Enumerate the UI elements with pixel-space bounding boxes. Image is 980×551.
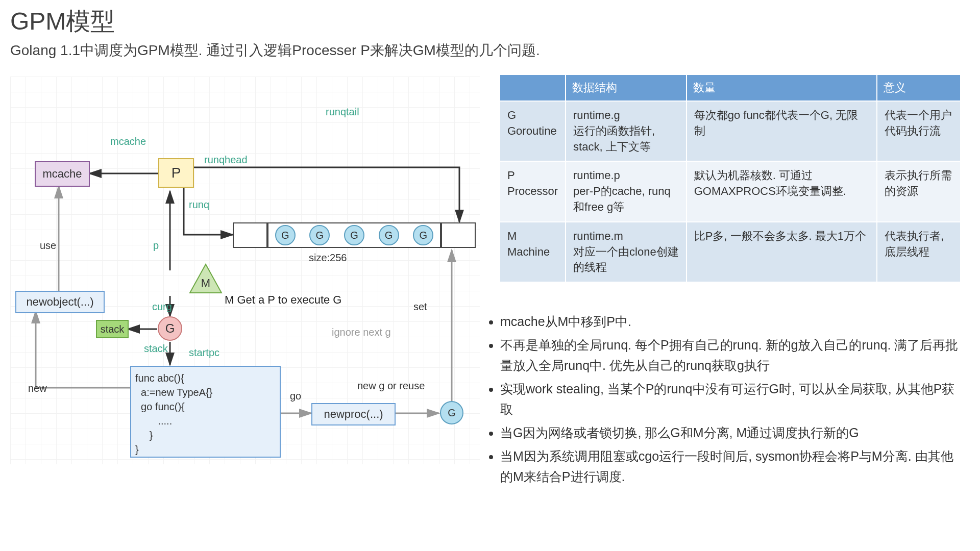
cell: P Processor (500, 161, 566, 221)
label-p: p (153, 240, 159, 252)
newproc-box: newproc(...) (311, 403, 396, 425)
list-item: 当M因为系统调用阻塞或cgo运行一段时间后, sysmon协程会将P与M分离. … (500, 446, 965, 487)
stack-box: stack (96, 320, 129, 338)
cell: runtime.p per-P的cache, runq和free g等 (566, 161, 687, 221)
table-row: P Processor runtime.p per-P的cache, runq和… (500, 161, 961, 221)
runq-g-2: G (344, 225, 364, 245)
runq-g-1: G (309, 225, 330, 245)
cell: 默认为机器核数. 可通过GOMAXPROCS环境变量调整. (687, 161, 877, 221)
page-title: GPM模型 (10, 5, 115, 38)
list-item: 不再是单独的全局runq. 每个P拥有自己的runq. 新的g放入自己的runq… (500, 335, 965, 375)
cell: 代表执行者, 底层线程 (877, 222, 961, 282)
label-use: use (40, 240, 56, 252)
g-circle: G (158, 316, 182, 341)
p-box: P (158, 158, 194, 188)
label-ignore: ignore next g (332, 327, 391, 338)
cell: G Goroutine (500, 101, 566, 161)
runq-g-4: G (413, 225, 433, 245)
cell: 每次都go func都代表一个G, 无限制 (687, 101, 877, 161)
table-row: M Machine runtime.m 对应一个由clone创建的线程 比P多,… (500, 222, 961, 282)
gpm-table: 数据结构 数量 意义 G Goroutine runtime.g 运行的函数指针… (499, 74, 961, 283)
table-row: G Goroutine runtime.g 运行的函数指针, stack, 上下… (500, 101, 961, 161)
label-mcache: mcache (110, 136, 146, 147)
cell: 比P多, 一般不会多太多. 最大1万个 (687, 222, 877, 282)
th-struct: 数据结构 (566, 74, 687, 101)
list-item: mcache从M中移到P中. (500, 311, 965, 332)
label-runqtail: runqtail (326, 106, 359, 118)
label-stack: stack (144, 343, 168, 355)
label-m-note: M Get a P to execute G (225, 293, 342, 307)
page-subtitle: Golang 1.1中调度为GPM模型. 通过引入逻辑Processer P来解… (10, 41, 540, 60)
runq-cell-empty-right (441, 222, 476, 248)
m-triangle: M (188, 263, 224, 295)
diagram: mcache newobject(...) P M G stack func a… (10, 77, 480, 464)
label-newg: new g or reuse (357, 380, 425, 392)
svg-text:M: M (201, 277, 210, 289)
func-code-box: func abc(){ a:=new TypeA{} go func(){ ..… (130, 366, 281, 458)
label-new: new (28, 383, 47, 394)
label-runqhead: runqhead (204, 154, 248, 166)
mcache-box: mcache (35, 161, 90, 187)
label-go: go (290, 390, 301, 402)
th-name (500, 74, 566, 101)
label-runq: runq (189, 199, 209, 211)
cell: 代表一个用户代码执行流 (877, 101, 961, 161)
cell: runtime.m 对应一个由clone创建的线程 (566, 222, 687, 282)
bullet-list: mcache从M中移到P中. 不再是单独的全局runq. 每个P拥有自己的run… (485, 311, 965, 490)
label-size: size:256 (309, 252, 347, 264)
th-meaning: 意义 (877, 74, 961, 101)
list-item: 实现work stealing, 当某个P的runq中没有可运行G时, 可以从全… (500, 379, 965, 419)
label-set: set (413, 301, 427, 313)
runq-cell-empty-left (233, 222, 267, 248)
label-startpc: startpc (189, 347, 219, 359)
label-curg: curg (152, 301, 172, 313)
newobject-box: newobject(...) (15, 291, 105, 313)
g-end-circle: G (440, 401, 463, 424)
cell: runtime.g 运行的函数指针, stack, 上下文等 (566, 101, 687, 161)
runq-cells: G G G G G (267, 222, 441, 248)
cell: M Machine (500, 222, 566, 282)
list-item: 当G因为网络或者锁切换, 那么G和M分离, M通过调度执行新的G (500, 422, 965, 443)
cell: 表示执行所需的资源 (877, 161, 961, 221)
runq-g-0: G (275, 225, 296, 245)
runq-g-3: G (379, 225, 399, 245)
th-count: 数量 (687, 74, 877, 101)
